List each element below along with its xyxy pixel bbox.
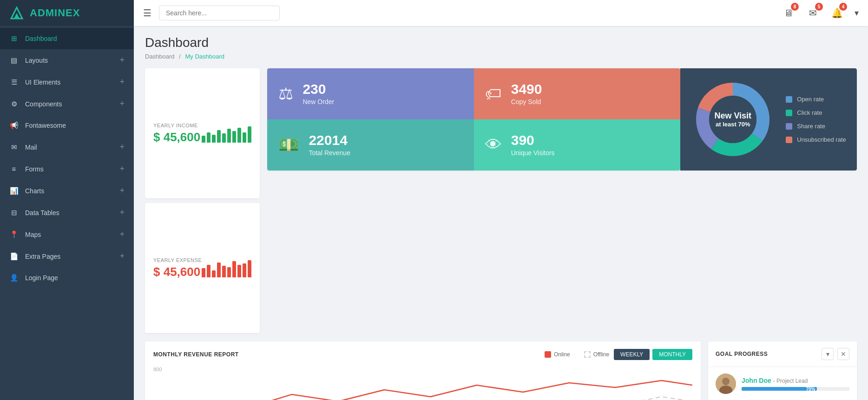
- dashboard-icon: ⊞: [9, 34, 19, 43]
- stat-label-total-revenue: Total Revenue: [309, 149, 350, 157]
- login-icon: 👤: [9, 273, 19, 282]
- sidebar-item-mail[interactable]: ✉ Mail +: [0, 136, 134, 158]
- stat-num-unique-visitors: 390: [511, 133, 555, 147]
- maps-icon: 📍: [9, 230, 19, 239]
- goal-collapse-btn[interactable]: ▾: [822, 348, 834, 360]
- sidebar-item-charts[interactable]: 📊 Charts +: [0, 180, 134, 202]
- monitor-badge: 8: [791, 3, 799, 11]
- stat-card-copy-sold: 🏷 3490 Copy Sold: [474, 68, 680, 119]
- income-label: YEARLY INCOME: [153, 123, 200, 128]
- plus-icon: +: [119, 251, 125, 261]
- income-chart-bars: [202, 124, 251, 143]
- stat-icon-new-order: ⚖: [278, 84, 293, 104]
- sidebar: ADMINEX ⊞ Dashboard ▤ Layouts + ☰ UI Ele…: [0, 0, 134, 400]
- stat-label-unique-visitors: Unique Visitors: [511, 149, 555, 157]
- breadcrumb-home[interactable]: Dashboard: [145, 53, 175, 60]
- donut-title: New Visit: [714, 111, 751, 121]
- extra-pages-icon: 📄: [9, 252, 19, 261]
- breadcrumb-current: My Dashboard: [185, 53, 224, 60]
- legend-online: Online: [545, 351, 570, 358]
- sidebar-logo[interactable]: ADMINEX: [0, 0, 134, 26]
- goal-info: John Doe - Project Lead 70%: [742, 377, 849, 391]
- legend-label-share-rate: Share rate: [797, 123, 825, 130]
- goal-title: GOAL PROGRESS: [716, 351, 768, 357]
- donut-label: New Visit at least 70%: [714, 111, 751, 128]
- plus-icon: +: [119, 77, 125, 87]
- topbar-chevron-icon[interactable]: ▾: [855, 8, 859, 18]
- stat-card-new-order: ⚖ 230 New Order: [267, 68, 473, 119]
- legend-online-box: [545, 351, 551, 358]
- email-icon-button[interactable]: ✉ 5: [804, 5, 821, 21]
- sidebar-item-data-tables[interactable]: ⊟ Data Tables +: [0, 202, 134, 223]
- sidebar-item-ui-elements[interactable]: ☰ UI Elements +: [0, 71, 134, 93]
- data-tables-icon: ⊟: [9, 208, 19, 217]
- bottom-row: MONTHLY REVENUE REPORT Online Offline: [145, 341, 857, 400]
- sidebar-item-forms[interactable]: ≡ Forms +: [0, 158, 134, 180]
- bell-icon-button[interactable]: 🔔 4: [829, 5, 845, 21]
- chart-y-label: 800: [153, 367, 162, 372]
- page-header: Dashboard Dashboard / My Dashboard: [145, 35, 857, 60]
- layouts-icon: ▤: [9, 56, 19, 65]
- sidebar-item-layouts[interactable]: ▤ Layouts +: [0, 49, 134, 71]
- stat-label-copy-sold: Copy Sold: [511, 98, 542, 105]
- sidebar-item-fontawesome[interactable]: 📢 Fontawesome: [0, 115, 134, 136]
- sidebar-item-label: UI Elements: [25, 79, 119, 86]
- income-value: $ 45,600: [153, 130, 200, 144]
- stat-card-unique-visitors: 👁 390 Unique Visitors: [474, 119, 680, 170]
- sidebar-item-login-page[interactable]: 👤 Login Page: [0, 267, 134, 289]
- sidebar-item-label: Maps: [25, 231, 119, 238]
- legend-offline: Offline: [584, 351, 609, 358]
- components-icon: ⚙: [9, 99, 19, 109]
- breadcrumb: Dashboard / My Dashboard: [145, 53, 857, 60]
- bell-badge: 4: [839, 3, 847, 11]
- main-area: ☰ 🖥 8 ✉ 5 🔔 4 ▾ Dashboard Dashboard /: [134, 0, 868, 400]
- plus-icon: +: [119, 164, 125, 174]
- plus-icon: +: [119, 186, 125, 196]
- topbar: ☰ 🖥 8 ✉ 5 🔔 4 ▾: [134, 0, 868, 26]
- goal-header: GOAL PROGRESS ▾ ✕: [708, 341, 857, 367]
- sidebar-item-label: Layouts: [25, 57, 119, 64]
- expense-label: YEARLY EXPENSE: [153, 257, 202, 263]
- monthly-btn[interactable]: MONTHLY: [652, 349, 692, 360]
- sidebar-item-dashboard[interactable]: ⊞ Dashboard: [0, 28, 134, 49]
- hamburger-icon[interactable]: ☰: [143, 7, 151, 19]
- yearly-income-card: YEARLY INCOME $ 45,600: [145, 68, 260, 198]
- goal-close-btn[interactable]: ✕: [837, 348, 849, 360]
- sidebar-item-extra-pages[interactable]: 📄 Extra Pages +: [0, 245, 134, 267]
- sidebar-item-components[interactable]: ⚙ Components +: [0, 93, 134, 115]
- legend-item-unsubscribed-rate: Unsubscribed rate: [786, 136, 846, 143]
- yearly-expense-card: YEARLY EXPENSE $ 45,600: [145, 203, 260, 333]
- email-badge: 5: [815, 3, 823, 11]
- weekly-btn[interactable]: WEEKLY: [614, 349, 650, 360]
- legend-item-click-rate: Click rate: [786, 109, 846, 116]
- plus-icon: +: [119, 142, 125, 152]
- breadcrumb-separator: /: [179, 53, 181, 60]
- sidebar-item-label: Mail: [25, 144, 119, 151]
- stats-grid: ⚖ 230 New Order 🏷 3490 Copy Sold: [267, 68, 680, 170]
- legend-item-open-rate: Open rate: [786, 96, 846, 103]
- stat-label-new-order: New Order: [302, 98, 334, 105]
- avatar: [716, 374, 736, 394]
- plus-icon: +: [119, 230, 125, 239]
- stat-icon-unique-visitors: 👁: [485, 135, 502, 155]
- sidebar-item-maps[interactable]: 📍 Maps +: [0, 223, 134, 245]
- goal-item: John Doe - Project Lead 70%: [708, 367, 857, 400]
- stat-icon-copy-sold: 🏷: [485, 84, 502, 104]
- revenue-chart-svg: [153, 371, 692, 400]
- expense-chart-bars: [202, 259, 251, 277]
- legend-label-open-rate: Open rate: [797, 96, 824, 103]
- stat-num-copy-sold: 3490: [511, 82, 542, 96]
- svg-point-8: [722, 378, 730, 385]
- goal-panel: GOAL PROGRESS ▾ ✕: [708, 341, 857, 400]
- stats-donut-wrap: ⚖ 230 New Order 🏷 3490 Copy Sold: [267, 68, 857, 170]
- legend-label-unsubscribed-rate: Unsubscribed rate: [797, 136, 846, 143]
- stat-card-total-revenue: 💵 22014 Total Revenue: [267, 119, 473, 170]
- sidebar-nav: ⊞ Dashboard ▤ Layouts + ☰ UI Elements + …: [0, 26, 134, 400]
- chart-panel: MONTHLY REVENUE REPORT Online Offline: [145, 341, 701, 400]
- legend-dot-open-rate: [786, 96, 792, 103]
- monitor-icon-button[interactable]: 🖥 8: [780, 5, 797, 21]
- sidebar-item-label: Data Tables: [25, 209, 119, 216]
- donut-legend: Open rate Click rate Share rate Uns: [786, 96, 846, 143]
- search-input[interactable]: [159, 6, 280, 20]
- legend-offline-box: [584, 351, 591, 358]
